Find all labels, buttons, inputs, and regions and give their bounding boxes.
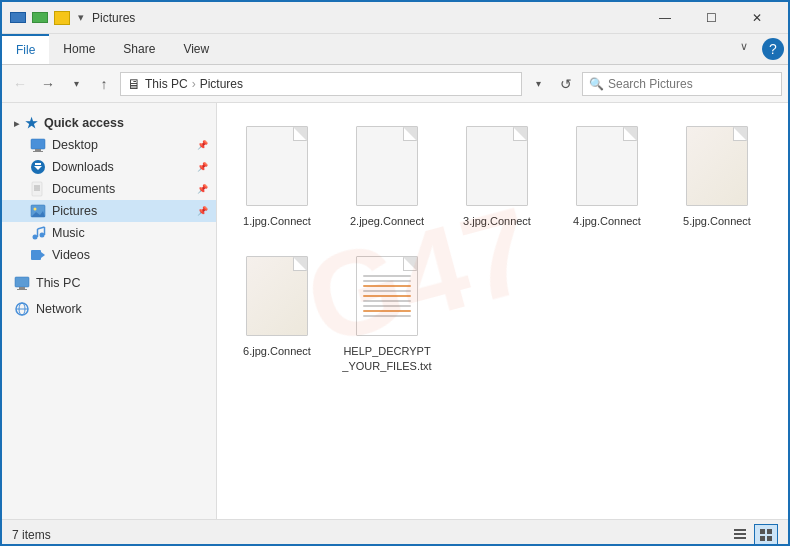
large-icons-view-button[interactable]	[754, 524, 778, 546]
sidebar-label-videos: Videos	[52, 248, 90, 262]
address-dropdown[interactable]: ▾	[526, 72, 550, 96]
tab-home[interactable]: Home	[49, 34, 109, 64]
file-label-1: 1.jpg.Connect	[243, 214, 311, 228]
window-controls[interactable]: — ☐ ✕	[642, 2, 780, 34]
sidebar-label-network: Network	[36, 302, 82, 316]
downloads-icon	[30, 159, 46, 175]
sidebar-label-thispc: This PC	[36, 276, 80, 290]
file-icon-2	[351, 122, 423, 210]
svg-rect-1	[35, 149, 41, 151]
title-bar-icons: ▾	[10, 11, 84, 25]
sidebar-item-network[interactable]: Network	[2, 298, 216, 320]
svg-rect-0	[31, 139, 45, 149]
main-layout: ▸ ★ Quick access Desktop 📌 Downloads 📌	[2, 103, 788, 519]
svg-line-17	[38, 227, 45, 229]
file-label-3: 3.jpg.Connect	[463, 214, 531, 228]
file-icon-decrypt	[351, 252, 423, 340]
file-item[interactable]: 1.jpg.Connect	[227, 113, 327, 233]
path-icon: 🖥	[127, 76, 141, 92]
help-button[interactable]: ?	[762, 38, 784, 60]
svg-rect-5	[35, 163, 41, 165]
file-label-decrypt: HELP_DECRYPT_YOUR_FILES.txt	[342, 344, 432, 373]
path-thispc: This PC	[145, 77, 188, 91]
file-item[interactable]: HELP_DECRYPT_YOUR_FILES.txt	[337, 243, 437, 378]
svg-rect-31	[760, 536, 765, 541]
address-path[interactable]: 🖥 This PC › Pictures	[120, 72, 522, 96]
ribbon: File Home Share View ∨ ?	[2, 34, 788, 65]
svg-rect-18	[31, 250, 41, 260]
videos-icon	[30, 247, 46, 263]
search-icon: 🔍	[589, 77, 604, 91]
documents-pin: 📌	[197, 184, 208, 194]
svg-rect-20	[15, 277, 29, 287]
tab-file[interactable]: File	[2, 34, 49, 64]
file-item[interactable]: 5.jpg.Connect	[667, 113, 767, 233]
svg-rect-6	[32, 182, 42, 196]
pictures-pin: 📌	[197, 206, 208, 216]
sidebar-label-desktop: Desktop	[52, 138, 98, 152]
svg-rect-28	[734, 537, 746, 539]
close-button[interactable]: ✕	[734, 2, 780, 34]
file-label-5: 5.jpg.Connect	[683, 214, 751, 228]
svg-rect-32	[767, 536, 772, 541]
file-item[interactable]: 2.jpeg.Connect	[337, 113, 437, 233]
svg-rect-26	[734, 529, 746, 531]
back-button[interactable]: ←	[8, 72, 32, 96]
search-input[interactable]	[608, 77, 775, 91]
svg-rect-30	[767, 529, 772, 534]
sidebar-section-quickaccess: ▸ ★ Quick access	[2, 109, 216, 134]
svg-rect-27	[734, 533, 746, 535]
status-bar: 7 items	[2, 519, 788, 546]
file-icon-1	[241, 122, 313, 210]
downloads-pin: 📌	[197, 162, 208, 172]
file-item[interactable]: 4.jpg.Connect	[557, 113, 657, 233]
svg-marker-19	[41, 252, 45, 258]
file-icon-3	[461, 122, 533, 210]
ribbon-toggle[interactable]: ∨	[730, 34, 758, 58]
sidebar-label-pictures: Pictures	[52, 204, 97, 218]
tab-view[interactable]: View	[169, 34, 223, 64]
sidebar-item-music[interactable]: Music	[2, 222, 216, 244]
svg-rect-21	[19, 287, 25, 289]
file-area: G47 1.jpg.Connect 2.jpeg.Connect	[217, 103, 788, 519]
sidebar-item-desktop[interactable]: Desktop 📌	[2, 134, 216, 156]
sidebar-label-music: Music	[52, 226, 85, 240]
desktop-pin: 📌	[197, 140, 208, 150]
file-label-2: 2.jpeg.Connect	[350, 214, 424, 228]
documents-icon	[30, 181, 46, 197]
svg-rect-22	[17, 289, 27, 290]
sidebar-item-videos[interactable]: Videos	[2, 244, 216, 266]
up-button[interactable]: ↑	[92, 72, 116, 96]
sidebar-item-documents[interactable]: Documents 📌	[2, 178, 216, 200]
svg-point-11	[34, 208, 37, 211]
svg-rect-2	[33, 151, 43, 152]
minimize-button[interactable]: —	[642, 2, 688, 34]
svg-rect-29	[760, 529, 765, 534]
item-count: 7 items	[12, 528, 51, 542]
recent-locations-button[interactable]: ▾	[64, 72, 88, 96]
desktop-icon	[30, 137, 46, 153]
view-buttons[interactable]	[728, 524, 778, 546]
address-bar: ← → ▾ ↑ 🖥 This PC › Pictures ▾ ↺ 🔍	[2, 65, 788, 103]
thispc-icon	[14, 275, 30, 291]
maximize-button[interactable]: ☐	[688, 2, 734, 34]
file-label-4: 4.jpg.Connect	[573, 214, 641, 228]
music-icon	[30, 225, 46, 241]
details-view-button[interactable]	[728, 524, 752, 546]
path-pictures: Pictures	[200, 77, 243, 91]
sidebar-label-downloads: Downloads	[52, 160, 114, 174]
network-icon	[14, 301, 30, 317]
title-bar: ▾ Pictures — ☐ ✕	[2, 2, 788, 34]
file-item[interactable]: 6.jpg.Connect	[227, 243, 327, 378]
tab-share[interactable]: Share	[109, 34, 169, 64]
forward-button[interactable]: →	[36, 72, 60, 96]
file-label-6: 6.jpg.Connect	[243, 344, 311, 358]
sidebar-label-documents: Documents	[52, 182, 115, 196]
search-box[interactable]: 🔍	[582, 72, 782, 96]
pictures-icon	[30, 203, 46, 219]
refresh-button[interactable]: ↺	[554, 72, 578, 96]
file-item[interactable]: 3.jpg.Connect	[447, 113, 547, 233]
sidebar-item-downloads[interactable]: Downloads 📌	[2, 156, 216, 178]
sidebar-item-pictures[interactable]: Pictures 📌	[2, 200, 216, 222]
sidebar-item-thispc[interactable]: This PC	[2, 272, 216, 294]
